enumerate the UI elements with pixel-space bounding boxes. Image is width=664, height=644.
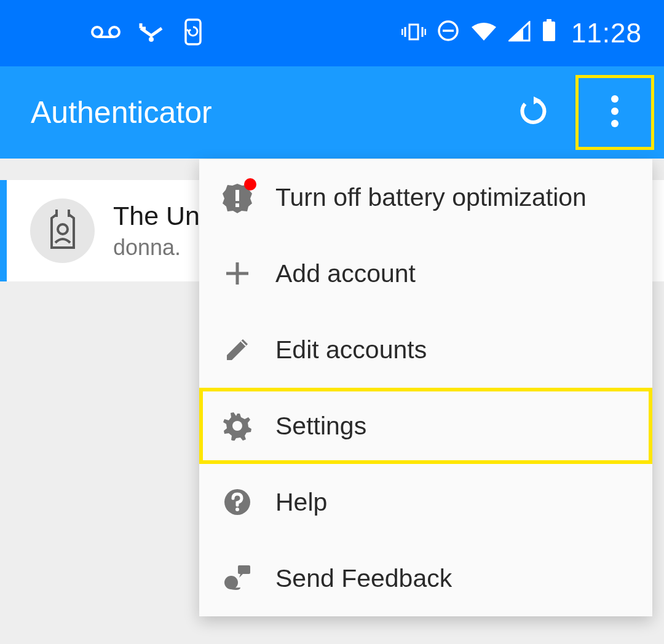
status-bar-right: 11:28	[401, 18, 642, 49]
app-title: Authenticator	[31, 95, 212, 130]
menu-item-label: Settings	[275, 412, 366, 441]
refresh-button[interactable]	[497, 76, 571, 149]
voicemail-icon	[91, 23, 121, 43]
svg-point-1	[109, 27, 119, 37]
cell-signal-icon	[508, 18, 531, 48]
avatar	[30, 198, 95, 263]
plus-icon	[221, 257, 253, 289]
menu-item-label: Add account	[275, 259, 416, 288]
sync-icon	[182, 18, 204, 48]
menu-item-settings[interactable]: Settings	[199, 388, 652, 464]
gear-icon	[221, 410, 253, 442]
missed-call-icon	[139, 21, 164, 45]
svg-point-23	[232, 421, 242, 431]
overflow-menu: Turn off battery optimization Add accoun…	[199, 159, 652, 616]
svg-rect-5	[409, 25, 418, 39]
svg-rect-19	[235, 203, 239, 207]
vibrate-icon	[401, 18, 426, 48]
svg-point-0	[92, 27, 102, 37]
svg-point-3	[149, 37, 154, 42]
warning-badge-icon	[221, 181, 253, 213]
account-text: The Un donna.	[113, 201, 200, 261]
menu-item-add-account[interactable]: Add account	[199, 235, 652, 312]
vertical-dots-icon	[611, 94, 619, 131]
battery-icon	[542, 18, 556, 48]
refresh-icon	[518, 95, 550, 130]
notification-dot	[244, 178, 256, 190]
id-badge-icon	[45, 208, 80, 254]
menu-item-label: Help	[275, 488, 327, 517]
svg-point-14	[611, 95, 619, 103]
menu-item-label: Turn off battery optimization	[275, 183, 587, 212]
menu-item-label: Send Feedback	[275, 564, 452, 593]
svg-rect-18	[235, 190, 239, 201]
status-time: 11:28	[571, 18, 642, 49]
more-options-button[interactable]	[575, 75, 654, 150]
svg-point-15	[611, 108, 619, 115]
menu-item-help[interactable]: Help	[199, 464, 652, 540]
account-title: The Un	[113, 201, 200, 231]
question-icon	[221, 486, 253, 518]
svg-rect-12	[543, 22, 555, 41]
app-bar: Authenticator	[0, 66, 664, 159]
app-bar-actions	[497, 75, 654, 150]
svg-rect-13	[547, 19, 551, 22]
pencil-icon	[221, 334, 253, 366]
status-bar: 11:28	[0, 0, 664, 66]
svg-point-17	[58, 224, 68, 234]
svg-point-16	[611, 120, 619, 127]
wifi-icon	[470, 18, 497, 48]
do-not-disturb-icon	[437, 18, 459, 48]
feedback-icon	[221, 562, 253, 594]
menu-item-edit-accounts[interactable]: Edit accounts	[199, 312, 652, 388]
menu-item-label: Edit accounts	[275, 336, 427, 364]
status-bar-left	[91, 18, 204, 48]
account-email: donna.	[113, 235, 200, 261]
svg-point-26	[224, 576, 238, 589]
svg-point-25	[235, 508, 239, 511]
menu-item-battery-optimization[interactable]: Turn off battery optimization	[199, 159, 652, 235]
menu-item-send-feedback[interactable]: Send Feedback	[199, 540, 652, 616]
